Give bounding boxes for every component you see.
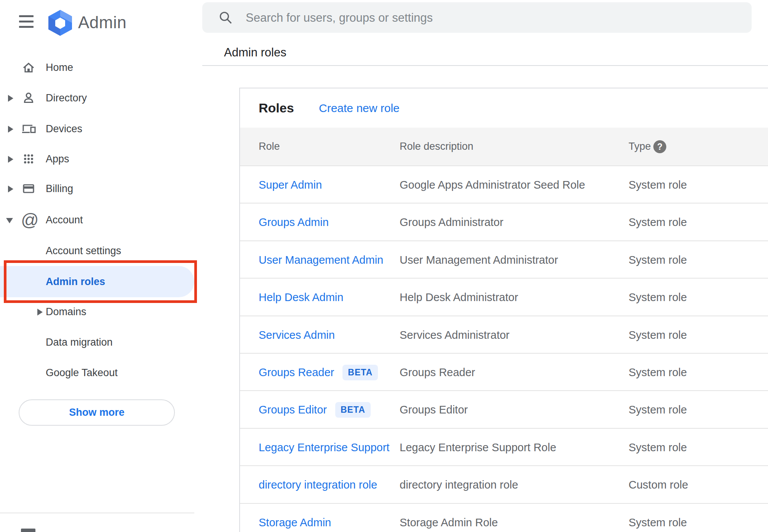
role-link[interactable]: Super Admin <box>259 179 322 191</box>
role-link[interactable]: Groups Admin <box>259 216 329 229</box>
table-row: directory integration role directory int… <box>240 465 768 503</box>
role-description: Legacy Enterprise Support Role <box>400 429 556 466</box>
app-title: Admin <box>78 9 126 36</box>
create-new-role-link[interactable]: Create new role <box>319 88 400 128</box>
role-cell: User Management Admin <box>259 241 383 279</box>
table-row: Storage Admin Storage Admin Role System … <box>240 503 768 532</box>
table-row: Groups Admin Groups Administrator System… <box>240 203 768 241</box>
sidebar-item-label: Directory <box>46 92 87 104</box>
role-link[interactable]: Legacy Enterprise Support <box>259 441 389 454</box>
role-description: Groups Reader <box>400 354 475 391</box>
chevron-right-icon <box>8 126 13 133</box>
sidebar-item-billing[interactable]: Billing <box>0 173 196 204</box>
role-type: System role <box>629 204 687 241</box>
sidebar-item-label: Home <box>46 62 73 74</box>
column-header-type: Type <box>629 128 651 165</box>
role-type: System role <box>629 354 687 391</box>
role-cell: Legacy Enterprise Support <box>259 429 389 466</box>
help-icon[interactable]: ? <box>653 140 666 153</box>
sidebar-item-label: Domains <box>46 306 86 318</box>
role-link[interactable]: Help Desk Admin <box>259 291 343 304</box>
apps-grid-icon <box>21 151 36 167</box>
role-type: System role <box>629 241 687 279</box>
table-row: Super Admin Google Apps Administrator Se… <box>240 165 768 204</box>
sidebar-item-label: Account <box>46 214 83 226</box>
role-type: System role <box>629 429 687 466</box>
sidebar-item-label: Data migration <box>46 337 113 348</box>
role-cell: Help Desk Admin <box>259 279 343 316</box>
table-row: Legacy Enterprise Support Legacy Enterpr… <box>240 428 768 466</box>
role-cell: Groups Editor BETA <box>259 391 371 428</box>
sidebar-item-label: Admin roles <box>46 276 105 288</box>
sidebar-item-domains[interactable]: Domains <box>0 296 196 327</box>
role-type: System role <box>629 166 687 204</box>
beta-badge: BETA <box>335 402 371 418</box>
beta-badge: BETA <box>342 365 378 380</box>
chevron-right-icon <box>37 309 43 316</box>
role-description: User Management Administrator <box>400 241 558 279</box>
role-description: Google Apps Administrator Seed Role <box>400 166 585 204</box>
home-icon <box>21 60 36 75</box>
breadcrumb-divider <box>202 65 768 66</box>
person-icon <box>21 90 36 106</box>
hamburger-menu-icon[interactable] <box>19 15 34 28</box>
role-cell: directory integration role <box>259 466 377 503</box>
chevron-right-icon <box>8 186 13 192</box>
cut-off-icon <box>21 529 35 532</box>
sidebar-item-data-migration[interactable]: Data migration <box>0 327 196 357</box>
roles-card: Roles Create new role Role Role descript… <box>239 88 768 532</box>
sidebar-bottom-divider <box>0 513 194 513</box>
chevron-right-icon <box>8 156 13 163</box>
role-description: directory integration role <box>400 466 518 503</box>
sidebar-item-label: Account settings <box>46 245 121 257</box>
role-cell: Groups Reader BETA <box>259 354 378 391</box>
chevron-right-icon <box>8 95 13 102</box>
search-bar[interactable] <box>202 2 752 33</box>
role-type: System role <box>629 279 687 316</box>
column-header-role: Role <box>259 128 280 165</box>
role-description: Groups Administrator <box>400 204 503 241</box>
role-link[interactable]: Groups Reader <box>259 366 334 379</box>
breadcrumb: Admin roles <box>224 46 286 59</box>
role-link[interactable]: directory integration role <box>259 479 377 491</box>
sidebar-item-home[interactable]: Home <box>0 52 196 83</box>
sidebar-item-devices[interactable]: Devices <box>0 114 196 144</box>
role-description: Groups Editor <box>400 391 468 428</box>
card-title: Roles <box>259 88 294 128</box>
table-header: Role Role description Type ? <box>240 128 768 165</box>
sidebar-item-apps[interactable]: Apps <box>0 144 196 174</box>
table-row: Groups Reader BETA Groups Reader System … <box>240 353 768 391</box>
sidebar-item-label: Apps <box>46 153 69 165</box>
search-icon <box>218 10 233 25</box>
table-row: User Management Admin User Management Ad… <box>240 240 768 279</box>
role-link[interactable]: Groups Editor <box>259 404 327 416</box>
role-link[interactable]: User Management Admin <box>259 254 383 266</box>
search-input[interactable] <box>245 2 734 34</box>
role-description: Help Desk Administrator <box>400 279 518 316</box>
role-cell: Groups Admin <box>259 204 329 241</box>
role-description: Services Administrator <box>400 316 510 354</box>
role-type: System role <box>629 316 687 354</box>
role-link[interactable]: Storage Admin <box>259 516 331 529</box>
role-description: Storage Admin Role <box>400 504 498 532</box>
sidebar-item-directory[interactable]: Directory <box>0 83 196 113</box>
show-more-button[interactable]: Show more <box>19 399 175 426</box>
card-title-row: Roles Create new role <box>240 88 768 128</box>
role-type: Custom role <box>629 466 688 503</box>
sidebar-item-admin-roles[interactable]: Admin roles <box>0 266 194 297</box>
sidebar-item-label: Billing <box>46 183 73 195</box>
table-row: Groups Editor BETA Groups Editor System … <box>240 390 768 428</box>
devices-icon <box>21 121 36 136</box>
sidebar-item-label: Google Takeout <box>46 367 118 379</box>
table-row: Services Admin Services Administrator Sy… <box>240 316 768 354</box>
sidebar-item-account[interactable]: @ Account <box>0 205 196 235</box>
admin-logo-icon <box>48 10 72 36</box>
table-row: Help Desk Admin Help Desk Administrator … <box>240 278 768 316</box>
role-cell: Services Admin <box>259 316 335 354</box>
role-link[interactable]: Services Admin <box>259 329 335 341</box>
sidebar-item-google-takeout[interactable]: Google Takeout <box>0 357 196 388</box>
at-sign-icon: @ <box>21 212 36 228</box>
sidebar-item-account-settings[interactable]: Account settings <box>0 236 196 266</box>
column-header-description: Role description <box>400 128 474 165</box>
credit-card-icon <box>21 181 36 196</box>
